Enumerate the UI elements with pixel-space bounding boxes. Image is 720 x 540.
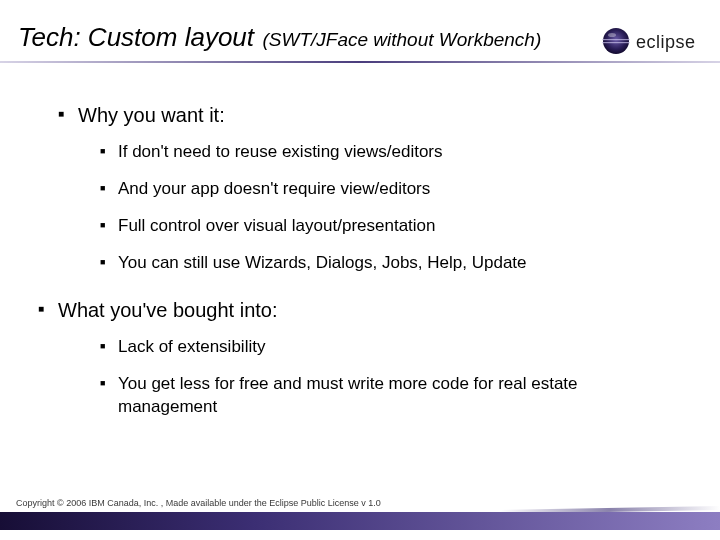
footer-band: [0, 512, 720, 530]
bullet-level2: And your app doesn't require view/editor…: [100, 178, 670, 201]
copyright-text: Copyright © 2006 IBM Canada, Inc. , Made…: [16, 498, 381, 508]
bullet-level2: You get less for free and must write mor…: [100, 373, 670, 419]
svg-point-1: [603, 28, 629, 54]
slide-footer: Copyright © 2006 IBM Canada, Inc. , Made…: [0, 496, 720, 530]
bullet-level1: What you've bought into:: [38, 299, 670, 322]
eclipse-logo-icon: eclipse: [594, 22, 706, 60]
bullet-level2: You can still use Wizards, Dialogs, Jobs…: [100, 252, 670, 275]
svg-rect-3: [602, 42, 630, 43]
bullet-level2: Full control over visual layout/presenta…: [100, 215, 670, 238]
title-underline: [0, 61, 720, 63]
svg-text:eclipse: eclipse: [636, 32, 696, 52]
slide-body: Why you want it: If don't need to reuse …: [58, 104, 670, 433]
bullet-level2: If don't need to reuse existing views/ed…: [100, 141, 670, 164]
svg-rect-2: [602, 39, 630, 40]
bullet-level2: Lack of extensibility: [100, 336, 670, 359]
svg-point-4: [608, 33, 616, 37]
slide: Tech: Custom layout (SWT/JFace without W…: [0, 0, 720, 540]
bullet-level1: Why you want it:: [58, 104, 670, 127]
slide-subtitle: (SWT/JFace without Workbench): [263, 29, 542, 50]
slide-title: Tech: Custom layout: [18, 22, 254, 52]
